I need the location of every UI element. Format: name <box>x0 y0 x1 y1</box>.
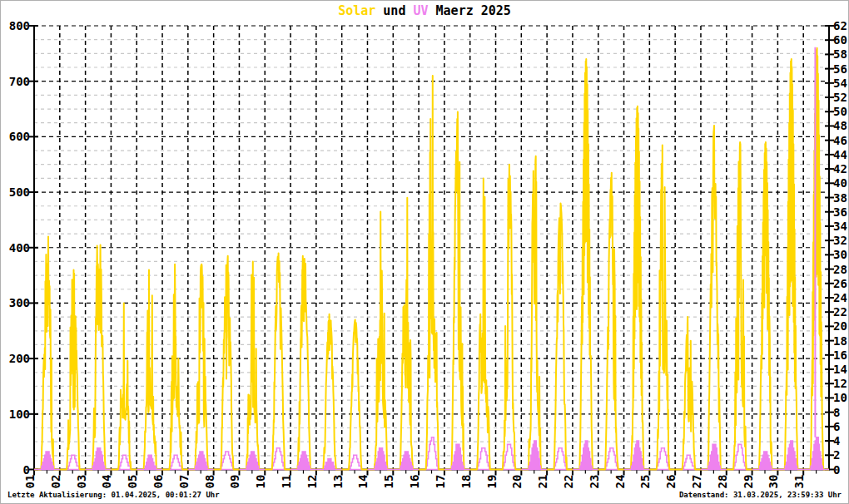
uv-day-curve <box>393 452 419 470</box>
right-axis-label: 52 <box>833 91 847 104</box>
left-axis-label: 400 <box>9 241 30 254</box>
right-axis-label: 54 <box>833 77 847 90</box>
right-axis-label: 16 <box>833 348 847 362</box>
right-axis-label: 2 <box>833 448 840 462</box>
x-axis-day-label: 10 <box>254 475 267 489</box>
right-axis-label: 22 <box>833 305 847 319</box>
uv-day-curve <box>444 444 470 469</box>
x-axis-day-label: 29 <box>742 475 755 489</box>
right-axis-label: 48 <box>833 119 847 132</box>
right-axis-label: 24 <box>833 291 847 304</box>
x-axis-day-label: 17 <box>434 475 447 489</box>
uv-day-curve <box>701 444 727 469</box>
x-axis-day-label: 12 <box>305 475 319 489</box>
uv-day-curve <box>649 448 675 470</box>
right-axis-label: 58 <box>833 47 847 61</box>
uv-day-curve <box>188 452 214 470</box>
left-axis-label: 0 <box>23 463 30 477</box>
uv-day-curve <box>60 455 86 469</box>
x-axis-day-label: 26 <box>664 475 678 489</box>
solar-curve <box>34 48 829 470</box>
uv-day-curve <box>86 448 112 470</box>
uv-day-curve <box>240 452 266 470</box>
x-axis-day-label: 20 <box>510 475 524 489</box>
x-axis-day-label: 09 <box>228 475 241 489</box>
data-state-text: Datenstand: 31.03.2025, 23:59:33 Uhr <box>679 491 842 499</box>
x-axis-day-label: 02 <box>49 475 62 489</box>
solar-series <box>34 48 829 470</box>
right-axis-label: 10 <box>833 391 847 404</box>
right-axis-label: 12 <box>833 377 847 390</box>
x-axis-day-label: 22 <box>562 475 575 489</box>
x-axis-day-label: 13 <box>331 475 345 489</box>
uv-day-curve <box>316 459 342 470</box>
x-axis-day-label: 27 <box>690 475 703 489</box>
left-axis-label: 200 <box>9 352 30 365</box>
left-axis-label: 700 <box>9 75 30 88</box>
x-axis-day-label: 06 <box>151 475 165 489</box>
right-axis-label: 44 <box>833 148 847 161</box>
x-axis-day-label: 07 <box>177 475 191 489</box>
x-axis-day-label: 11 <box>280 475 293 489</box>
right-axis-label: 60 <box>833 33 847 47</box>
uv-day-curve <box>368 448 394 470</box>
right-axis-label: 40 <box>833 176 847 190</box>
x-axis-day-label: 05 <box>126 475 139 489</box>
solar-uv-weather-chart: Solar und UV Maerz 2025 8007006005004003… <box>0 0 849 504</box>
uv-day-curve <box>111 455 137 469</box>
x-axis-day-label: 24 <box>613 475 627 489</box>
right-axis-label: 18 <box>833 334 847 348</box>
right-axis-label: 6 <box>833 420 840 433</box>
uv-day-curve <box>598 448 624 470</box>
uv-day-curve <box>162 455 188 469</box>
right-axis-label: 50 <box>833 105 847 118</box>
right-axis-label: 56 <box>833 62 847 76</box>
uv-day-curve <box>470 448 496 470</box>
x-axis-day-label: 23 <box>588 475 601 489</box>
x-axis-day-label: 28 <box>716 475 729 489</box>
x-axis-day-label: 21 <box>536 475 549 489</box>
left-axis-label: 300 <box>9 296 30 309</box>
left-axis-label: 600 <box>9 130 30 143</box>
right-axis-label: 32 <box>833 234 847 247</box>
x-axis-day-label: 18 <box>459 475 473 489</box>
right-axis-label: 42 <box>833 162 847 175</box>
right-axis-label: 8 <box>833 406 840 419</box>
uv-day-curve <box>214 452 240 470</box>
uv-day-curve <box>342 455 368 469</box>
uv-day-curve <box>290 452 316 470</box>
x-axis-day-label: 16 <box>408 475 421 489</box>
right-axis-label: 26 <box>833 277 847 290</box>
uv-day-curve <box>727 444 752 469</box>
uv-day-curve <box>34 452 60 470</box>
x-axis-day-label: 01 <box>23 475 37 489</box>
x-axis-day-label: 19 <box>485 475 499 489</box>
uv-day-curve <box>752 452 778 470</box>
right-axis-label: 0 <box>833 463 840 477</box>
x-axis-day-label: 03 <box>75 475 88 489</box>
left-axis-label: 800 <box>9 19 30 32</box>
x-axis-day-label: 08 <box>203 475 216 489</box>
right-axis-label: 34 <box>833 220 847 233</box>
left-axis-label: 100 <box>9 408 30 421</box>
right-axis-label: 14 <box>833 363 847 376</box>
right-axis-label: 36 <box>833 205 847 219</box>
uv-day-curve <box>137 455 162 469</box>
uv-day-curve <box>496 444 522 469</box>
right-axis-label: 28 <box>833 263 847 276</box>
uv-day-curve <box>675 455 701 469</box>
x-axis-day-label: 30 <box>767 475 780 489</box>
right-axis-label: 38 <box>833 191 847 205</box>
uv-day-curve <box>265 448 290 470</box>
right-axis-label: 46 <box>833 134 847 147</box>
chart-canvas: 8007006005004003002001000626058565452504… <box>1 1 849 504</box>
x-axis-day-label: 31 <box>792 475 806 489</box>
x-axis-day-label: 15 <box>382 475 395 489</box>
right-axis-label: 62 <box>833 19 847 32</box>
left-axis-label: 500 <box>9 185 30 199</box>
right-axis-label: 30 <box>833 248 847 261</box>
last-update-text: Letzte Aktualisierung: 01.04.2025, 00:01… <box>7 491 220 499</box>
right-axis-label: 20 <box>833 319 847 333</box>
uv-day-curve <box>547 448 573 470</box>
x-axis-day-label: 25 <box>638 475 652 489</box>
